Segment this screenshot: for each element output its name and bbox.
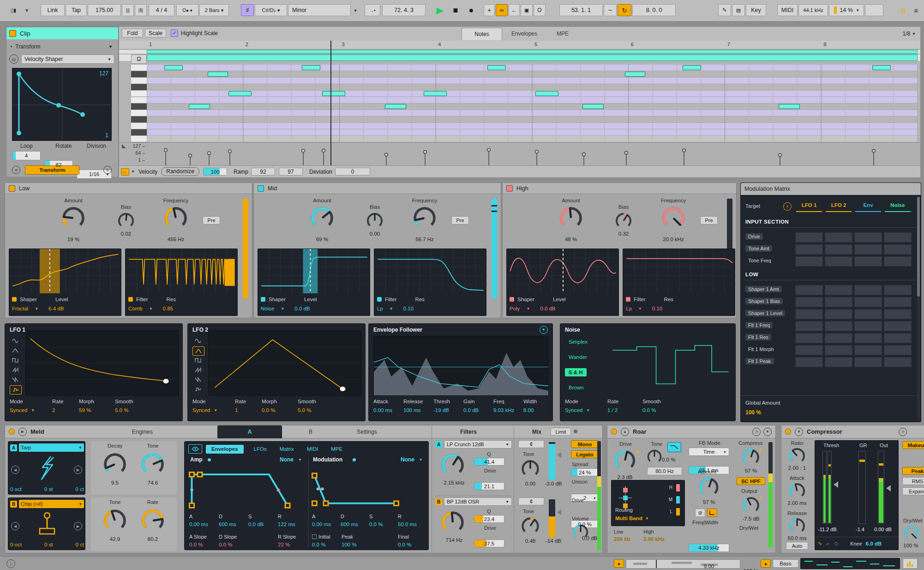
thresh-value[interactable]: -11.2 dB <box>818 527 837 532</box>
transform-collapse-chevron-icon[interactable]: ▼ <box>108 44 113 49</box>
filter-freq-knob[interactable] <box>440 509 466 535</box>
randomize-button[interactable]: Randomize <box>161 167 199 176</box>
drive-field[interactable]: 21.1 <box>474 482 504 490</box>
tab-engine-b[interactable]: B <box>283 425 338 438</box>
matrix-cell[interactable] <box>795 345 823 355</box>
tone-value[interactable]: 0.48 <box>519 538 541 544</box>
loop-length-field[interactable]: 8. 0. 0 <box>632 4 676 16</box>
tab-envelopes[interactable]: Envelopes <box>502 28 546 40</box>
noise-type-wander[interactable]: Wander <box>565 353 591 361</box>
amount-value[interactable]: 69 % <box>301 236 343 242</box>
tone-knob[interactable] <box>140 451 166 477</box>
engine-b-st[interactable]: 0 st <box>44 542 53 547</box>
filter-type-select[interactable]: LP Crunch 12dB▼ <box>444 440 512 449</box>
subtab-lfos[interactable]: LFOs <box>254 446 267 452</box>
midi-note[interactable] <box>683 65 701 70</box>
bias-knob[interactable] <box>366 212 384 230</box>
filter-freq-knob[interactable] <box>440 509 466 535</box>
matrix-cell[interactable] <box>854 333 882 343</box>
frequency-knob[interactable] <box>412 205 438 231</box>
filter-freq-value[interactable]: 2.15 kHz <box>438 480 470 485</box>
tempo-field[interactable]: 175.00 <box>88 4 121 16</box>
matrix-cell[interactable] <box>825 256 852 267</box>
mod-envelope-graph[interactable] <box>311 466 425 510</box>
checkbox-icon[interactable] <box>312 534 317 539</box>
matrix-cell[interactable] <box>795 297 823 307</box>
band-filter-display[interactable]: FilterResLp▼0.10 <box>374 249 486 316</box>
matrix-row-label[interactable]: Shaper 1 Amt <box>745 286 782 292</box>
env-extra-value[interactable]: 100 % <box>342 542 357 547</box>
draw-mode-button[interactable]: ✎ <box>718 4 731 16</box>
engine-b-ct[interactable]: 0 ct <box>75 542 84 547</box>
fw-freq-field[interactable]: 4.33 kHz <box>689 544 729 552</box>
tone-knob[interactable] <box>646 449 663 465</box>
menu-icon[interactable]: ≡ <box>911 4 921 16</box>
matrix-col-lfo1[interactable]: LFO 1 <box>795 202 823 208</box>
circuit-button[interactable]: ¢ <box>518 497 544 505</box>
noise-display[interactable] <box>610 336 731 396</box>
bias-knob[interactable] <box>117 212 135 230</box>
matrix-cell[interactable] <box>854 256 882 267</box>
matrix-row-label[interactable]: Shaper 1 Level <box>745 310 785 316</box>
legato-button[interactable]: Legato <box>571 450 599 458</box>
matrix-col-lfo2[interactable]: LFO 2 <box>825 202 852 208</box>
matrix-cell[interactable] <box>825 333 852 343</box>
lfo-morph-value[interactable]: 59 % <box>79 407 91 413</box>
level-slider[interactable] <box>549 442 555 480</box>
amp-envelope-graph[interactable] <box>188 466 304 510</box>
fold-button[interactable]: Fold <box>122 29 143 37</box>
envf-settings-icon[interactable]: ● <box>540 326 548 334</box>
midi-note[interactable] <box>302 65 320 70</box>
matrix-cell[interactable] <box>825 232 852 243</box>
slider-handle-icon[interactable] <box>557 509 561 515</box>
new-button[interactable]: + <box>484 4 495 16</box>
env-extra-value[interactable]: 0.0 % <box>398 542 411 547</box>
adsr-value[interactable]: 50.0 ms <box>398 521 417 527</box>
device-on-led[interactable] <box>785 429 791 435</box>
comp-release-knob[interactable] <box>788 517 806 535</box>
mono-button[interactable]: Mono <box>571 440 599 448</box>
matrix-cell[interactable] <box>795 321 823 331</box>
key-map-button[interactable]: Key <box>746 4 766 16</box>
envf-gain-value[interactable]: 0.0 dB <box>463 407 479 413</box>
piano-key[interactable] <box>131 103 147 110</box>
preset-dial-icon[interactable]: ◷ <box>752 428 761 436</box>
lfo-rate-value[interactable]: 1 <box>235 407 238 413</box>
midi-note[interactable] <box>164 65 183 70</box>
drive-field[interactable]: 37.5 <box>474 540 504 547</box>
filter-freq-knob[interactable] <box>440 452 466 478</box>
roar-drive-value[interactable]: 2.3 dB <box>612 474 638 480</box>
comp-drywet-value[interactable]: 100 % <box>903 543 918 548</box>
envf-display[interactable] <box>373 336 549 396</box>
tone-knob[interactable] <box>520 516 540 536</box>
transform-section-header[interactable]: ◔ Transform ▼ <box>9 42 114 51</box>
lfo-smooth-value[interactable]: 5.0 % <box>115 407 128 413</box>
chevron-down-icon[interactable]: ▼ <box>390 307 393 311</box>
limit-button[interactable]: Limit <box>551 428 571 436</box>
bias-value[interactable]: 0.02 <box>105 231 147 236</box>
ramp-from-field[interactable]: 92 <box>251 168 275 176</box>
lfo-mode-value[interactable]: Synced▼ <box>10 407 35 413</box>
scale-name-select[interactable]: Minor <box>288 4 351 16</box>
level-slider[interactable] <box>549 499 555 537</box>
matrix-cell[interactable] <box>854 244 882 255</box>
next-engine-icon[interactable]: ▶ <box>74 522 82 530</box>
q-field[interactable]: 41.4 <box>474 458 504 466</box>
matrix-cell[interactable] <box>795 357 823 367</box>
peak-button[interactable]: Peak <box>902 467 924 475</box>
band-header[interactable]: Low <box>5 183 252 194</box>
drive-knob[interactable] <box>613 449 637 473</box>
device-on-led[interactable] <box>611 429 617 435</box>
record-button[interactable]: ● <box>464 4 478 16</box>
amount-knob[interactable] <box>309 205 335 231</box>
track-name-chip[interactable]: Bass <box>773 559 798 568</box>
subtab-matrix[interactable]: Matrix <box>280 446 294 452</box>
arrangement-overview-toggle[interactable]: ▲ <box>614 559 624 568</box>
band-filter-display[interactable]: FilterResComb▼0.85 <box>125 249 238 316</box>
arrangement-position-field[interactable]: 72. 4. 3 <box>382 4 426 16</box>
matrix-cell[interactable] <box>884 285 912 295</box>
bias-value[interactable]: 0.00 <box>354 231 396 236</box>
tap-tempo-button[interactable]: Tap <box>66 4 87 16</box>
highlight-scale-toggle[interactable]: ✓Highlight Scale <box>171 29 218 38</box>
transfer-curve-icon[interactable]: ⌐ <box>827 541 829 546</box>
